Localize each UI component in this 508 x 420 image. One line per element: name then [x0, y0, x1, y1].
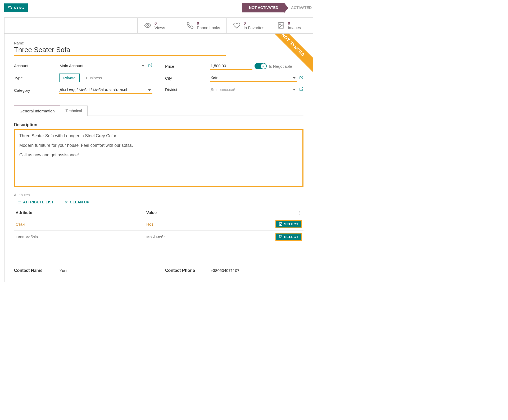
price-input[interactable]: [210, 62, 252, 70]
heart-icon: [233, 22, 241, 29]
stat-views-count: 0: [155, 21, 165, 25]
svg-line-5: [301, 88, 303, 89]
stat-images[interactable]: 0 Images: [271, 18, 313, 33]
type-business-option[interactable]: Business: [82, 74, 106, 82]
stat-img-count: 0: [288, 21, 301, 25]
tab-technical[interactable]: Technical: [60, 106, 88, 116]
attributes-heading: Attributes: [14, 193, 303, 197]
name-label: Name: [14, 41, 303, 45]
svg-rect-11: [279, 223, 282, 226]
city-select[interactable]: [210, 74, 297, 82]
sync-button-label: SYNC: [14, 6, 24, 10]
stat-views-label: Views: [155, 25, 165, 30]
attributes-col-value: Value: [145, 208, 265, 218]
list-icon: [18, 200, 21, 204]
account-external-link[interactable]: [148, 63, 152, 69]
attribute-value-cell: М'які меблі: [145, 230, 265, 243]
district-label: District: [165, 87, 210, 92]
stat-row: 0 Views 0 Phone Looks 0 In Favorites 0 I…: [4, 17, 313, 33]
svg-point-0: [147, 25, 149, 26]
check-square-icon: [279, 235, 283, 239]
contact-phone-label: Contact Phone: [165, 268, 210, 273]
type-private-option[interactable]: Private: [59, 74, 80, 82]
account-label: Account: [14, 63, 59, 68]
district-select[interactable]: [210, 86, 297, 93]
contact-name-label: Contact Name: [14, 268, 59, 273]
table-row: Типи меблівМ'які мебліSELECT: [14, 230, 303, 243]
attributes-col-attribute: Attribute: [14, 208, 145, 218]
contact-name-input[interactable]: [59, 267, 152, 274]
attributes-table: Attribute Value ⋮ СтанНовіSELECTТипи меб…: [14, 208, 303, 243]
svg-line-3: [150, 64, 152, 66]
close-icon: [65, 200, 68, 204]
tab-general-information[interactable]: General Information: [14, 106, 60, 116]
price-label: Price: [165, 64, 210, 69]
stat-fav-label: In Favorites: [244, 25, 264, 30]
eye-icon: [144, 22, 151, 29]
category-select[interactable]: [59, 86, 152, 94]
stat-favorites[interactable]: 0 In Favorites: [226, 18, 271, 33]
table-row: СтанНовіSELECT: [14, 218, 303, 230]
attribute-list-label: ATTRIBUTE LIST: [23, 200, 54, 204]
refresh-icon: [8, 6, 12, 10]
attribute-select-button[interactable]: SELECT: [275, 220, 302, 228]
is-negotiable-toggle[interactable]: [255, 63, 267, 69]
stat-phone-count: 0: [197, 21, 220, 25]
stat-phone-looks[interactable]: 0 Phone Looks: [180, 18, 226, 33]
external-link-icon: [148, 63, 152, 67]
is-negotiable-label: Is Negotiable: [269, 64, 292, 69]
type-label: Type: [14, 76, 59, 80]
cleanup-button[interactable]: CLEAN UP: [63, 200, 91, 204]
attribute-list-button[interactable]: ATTRIBUTE LIST: [16, 200, 56, 204]
stat-fav-count: 0: [244, 21, 264, 25]
svg-rect-12: [279, 235, 282, 238]
stat-views[interactable]: 0 Views: [137, 18, 180, 33]
description-textarea[interactable]: Three Seater Sofa with Lounger in Steel …: [14, 129, 303, 187]
attribute-select-button[interactable]: SELECT: [275, 233, 302, 241]
external-link-icon: [299, 87, 303, 91]
category-label: Category: [14, 88, 59, 93]
status-activated[interactable]: ACTIVATED: [284, 3, 318, 12]
attribute-name-cell: Стан: [14, 218, 145, 230]
svg-line-4: [301, 76, 303, 78]
phone-icon: [186, 22, 194, 29]
stat-phone-label: Phone Looks: [197, 25, 220, 30]
description-label: Description: [14, 122, 303, 127]
attribute-value-cell: Нові: [145, 218, 265, 230]
stat-img-label: Images: [288, 25, 301, 30]
status-not-activated[interactable]: NOT ACTIVATED: [242, 3, 284, 12]
contact-phone-input[interactable]: [210, 267, 303, 274]
city-label: City: [165, 76, 210, 80]
name-input[interactable]: [14, 45, 226, 56]
check-square-icon: [279, 222, 283, 226]
attributes-kebab-menu[interactable]: ⋮: [296, 208, 303, 218]
district-external-link[interactable]: [299, 87, 303, 92]
city-external-link[interactable]: [299, 75, 303, 81]
account-select[interactable]: [59, 62, 146, 69]
image-icon: [277, 22, 285, 29]
external-link-icon: [299, 75, 303, 80]
svg-point-2: [279, 24, 281, 25]
sync-button[interactable]: SYNC: [4, 3, 28, 12]
status-bar: NOT ACTIVATED ACTIVATED: [242, 3, 318, 12]
attribute-name-cell: Типи меблів: [14, 230, 145, 243]
cleanup-label: CLEAN UP: [70, 200, 89, 204]
